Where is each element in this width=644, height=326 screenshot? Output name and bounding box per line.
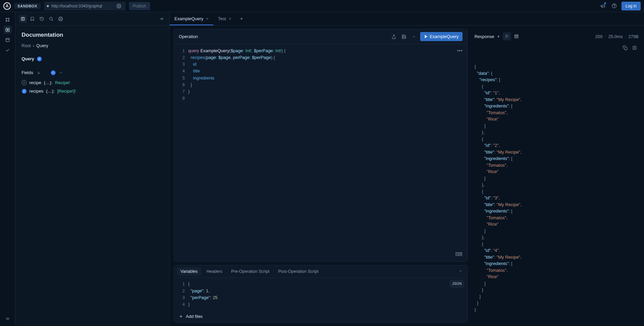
add-tab-button[interactable]: [236, 12, 247, 25]
login-button[interactable]: Log in: [621, 2, 641, 10]
view-table-icon[interactable]: [512, 32, 520, 40]
run-button[interactable]: ExampleQuery: [420, 32, 463, 41]
add-files-label: Add files: [186, 314, 203, 319]
workspace: ExampleQuery×Test× Operation: [170, 12, 644, 326]
svg-point-5: [6, 21, 7, 22]
svg-point-11: [49, 17, 52, 20]
share-icon[interactable]: [390, 33, 398, 41]
svg-point-2: [614, 7, 614, 7]
operation-editor[interactable]: 1 2 3 4 5 6 7 8 query ExampleQuery($page…: [174, 44, 467, 261]
variables-tabs: VariablesHeadersPre-Operation ScriptPost…: [174, 265, 467, 278]
chevron-down-icon[interactable]: [59, 71, 63, 75]
apollo-logo[interactable]: A: [3, 2, 11, 10]
keyboard-icon[interactable]: ⌨: [455, 250, 463, 258]
search-icon[interactable]: [47, 15, 55, 23]
bookmark-icon[interactable]: [28, 15, 36, 23]
breadcrumb-root[interactable]: Root: [22, 43, 31, 48]
close-icon[interactable]: ×: [229, 16, 231, 21]
response-body[interactable]: { "data": { "recipes": [ { "id": "1", "t…: [472, 44, 640, 323]
documentation-panel: Documentation Root › Query Query ✓ Field…: [15, 12, 170, 326]
run-label: ExampleQuery: [430, 34, 459, 39]
response-caret-icon[interactable]: ▾: [498, 34, 500, 39]
download-icon[interactable]: [631, 44, 639, 52]
settings-icon[interactable]: [57, 15, 65, 23]
add-files-button[interactable]: Add files: [174, 311, 467, 322]
checks-icon[interactable]: [4, 46, 12, 54]
vars-tab-headers[interactable]: Headers: [203, 267, 226, 275]
mode-pill[interactable]: SANDBOX: [14, 3, 41, 9]
main-area: Documentation Root › Query Query ✓ Field…: [0, 12, 644, 326]
history-icon[interactable]: [38, 15, 46, 23]
type-name: Query: [22, 56, 34, 61]
svg-point-6: [8, 21, 9, 22]
collapse-all-icon[interactable]: −: [51, 70, 56, 75]
collapse-vars-icon[interactable]: [456, 268, 465, 275]
operation-header: Operation ExampleQuery: [174, 29, 467, 44]
check-circle-icon[interactable]: ✓: [22, 89, 27, 94]
svg-rect-9: [6, 38, 9, 41]
help-icon[interactable]: [610, 2, 618, 10]
schema-icon[interactable]: [4, 15, 12, 24]
svg-marker-13: [425, 35, 427, 38]
type-heading: Query ✓: [22, 56, 163, 61]
caret-down-icon[interactable]: [410, 33, 418, 41]
operation-title: Operation: [179, 34, 388, 39]
svg-marker-8: [7, 29, 8, 30]
svg-point-3: [6, 18, 7, 19]
view-tree-icon[interactable]: [503, 32, 511, 40]
response-time: 25.0ms: [605, 34, 623, 39]
collapse-panel-icon[interactable]: [158, 15, 166, 23]
megaphone-icon[interactable]: [599, 2, 607, 10]
fields-list: +recipe(…): Recipe!✓recipes(…): [Recipe!…: [22, 78, 163, 95]
vars-tab-post-operation-script[interactable]: Post-Operation Script: [274, 267, 322, 275]
vars-tab-pre-operation-script[interactable]: Pre-Operation Script: [227, 267, 273, 275]
expand-rail-icon[interactable]: [4, 315, 12, 323]
response-title: Response: [474, 34, 494, 39]
tab-test[interactable]: Test×: [213, 12, 236, 25]
fields-header: Fields −: [22, 70, 163, 75]
endpoint-url-input[interactable]: [52, 4, 112, 8]
doc-toolbar: [15, 12, 169, 26]
breadcrumb: Root › Query: [22, 43, 163, 48]
gear-icon[interactable]: [115, 2, 123, 10]
svg-point-4: [8, 18, 9, 19]
check-badge-icon[interactable]: ✓: [37, 57, 42, 61]
nav-rail: [0, 12, 15, 326]
svg-rect-14: [515, 35, 518, 38]
response-header: Response ▾ 200 25.0ms 279B: [472, 29, 640, 44]
chevron-right-icon: ›: [33, 43, 34, 48]
doc-view-icon[interactable]: [19, 15, 27, 23]
svg-rect-15: [624, 47, 627, 50]
sort-icon[interactable]: [37, 71, 41, 75]
doc-title: Documentation: [22, 32, 163, 38]
publish-button[interactable]: Publish: [129, 2, 150, 10]
breadcrumb-current: Query: [36, 43, 48, 48]
explorer-icon[interactable]: [4, 26, 12, 34]
close-icon[interactable]: ×: [206, 16, 209, 21]
fields-label: Fields: [22, 70, 33, 75]
variables-editor[interactable]: JSON 1 2 3 4 { "page": 1, "perPage": 25 …: [174, 278, 467, 311]
status-dot-icon: [47, 5, 49, 7]
vars-tab-variables[interactable]: Variables: [177, 267, 201, 275]
copy-icon[interactable]: [621, 44, 629, 52]
tabs-row: ExampleQuery×Test×: [170, 12, 644, 26]
more-icon[interactable]: •••: [457, 47, 463, 54]
field-recipes[interactable]: ✓recipes(…): [Recipe!]!: [22, 87, 163, 95]
response-stats: 200 25.0ms 279B: [595, 34, 639, 39]
svg-point-12: [60, 18, 61, 20]
variables-panel: VariablesHeadersPre-Operation ScriptPost…: [174, 265, 468, 323]
tab-examplequery[interactable]: ExampleQuery×: [170, 12, 213, 25]
plus-circle-icon[interactable]: +: [22, 80, 27, 85]
save-icon[interactable]: [400, 33, 408, 41]
endpoint-url-box[interactable]: [44, 2, 126, 10]
field-recipe[interactable]: +recipe(…): Recipe!: [22, 78, 163, 87]
svg-point-0: [118, 5, 120, 7]
operation-panel: Operation ExampleQuery: [174, 29, 468, 262]
subgraph-icon[interactable]: [4, 36, 12, 44]
top-bar: A SANDBOX Publish Log in: [0, 0, 644, 12]
response-size: 279B: [625, 34, 639, 39]
response-status: 200: [595, 34, 603, 39]
